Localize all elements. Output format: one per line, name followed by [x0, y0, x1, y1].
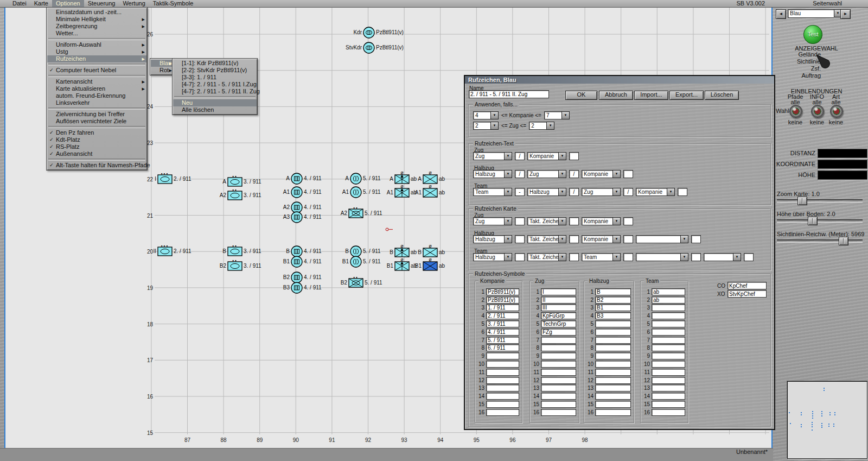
menubar-item-wertung[interactable]: Wertung — [119, 0, 149, 7]
options-menu-item[interactable]: Karte aktualisieren▶ — [47, 85, 146, 92]
chevron-down-icon[interactable]: ▼ — [558, 152, 566, 160]
options-menu-item[interactable]: ✓Den Pz fahren — [47, 129, 146, 136]
map-unit[interactable]: ••A25. / 911 — [348, 207, 364, 219]
separator-box[interactable] — [678, 188, 687, 196]
symbol-input[interactable] — [595, 344, 631, 351]
map-unit[interactable]: A14. / 911 — [290, 186, 303, 199]
symbol-input[interactable] — [486, 296, 519, 304]
chevron-down-icon[interactable]: ▼ — [504, 253, 512, 261]
symbol-input[interactable] — [652, 409, 685, 416]
knob-art[interactable] — [830, 105, 843, 118]
callsign-submenu-item[interactable]: [1-1]: Kdr PzBtl911(v) — [173, 60, 257, 67]
separator-box[interactable] — [691, 253, 701, 261]
options-menu-item[interactable]: ✓Kdt-Platz — [47, 136, 146, 143]
symbol-input[interactable] — [595, 320, 631, 327]
chevron-down-icon[interactable]: ▼ — [558, 170, 566, 178]
symbol-input[interactable] — [652, 304, 685, 311]
options-menu-item[interactable]: ✓Computer feuert Nebel — [47, 67, 146, 74]
symbol-input[interactable] — [652, 401, 685, 408]
map-unit[interactable]: B34. / 911 — [290, 281, 303, 294]
map-unit[interactable]: •••II2. / 911 — [157, 245, 173, 257]
range-from-select[interactable]: 2▼ — [473, 122, 499, 130]
format-select[interactable]: Takt. Zeiche▼ — [527, 235, 566, 243]
symbol-input[interactable] — [652, 329, 685, 336]
name-input[interactable] — [469, 90, 549, 98]
range-from-select[interactable]: 4▼ — [473, 111, 499, 119]
map-unit[interactable]: ••A23. / 911 — [227, 190, 243, 201]
symbol-input[interactable] — [486, 312, 519, 319]
map-unit[interactable]: ••B23. / 911 — [227, 260, 243, 272]
symbol-input[interactable] — [486, 401, 519, 408]
symbol-input[interactable] — [541, 377, 576, 384]
map-unit[interactable]: ••B25. / 911 — [348, 277, 364, 289]
slider-track[interactable] — [777, 199, 863, 203]
selector-pointer-icon[interactable] — [814, 53, 834, 72]
symbol-input[interactable] — [595, 393, 631, 400]
slider-track[interactable] — [777, 239, 863, 243]
symbol-input[interactable] — [541, 296, 576, 304]
symbol-input[interactable] — [486, 377, 519, 384]
map-unit[interactable]: StvKdrPzBtl911(v) — [362, 41, 375, 54]
chevron-down-icon[interactable]: ▼ — [612, 253, 621, 261]
xo-input[interactable] — [727, 290, 767, 298]
separator-box[interactable]: / — [569, 170, 579, 178]
format-select[interactable]: Team▼ — [582, 253, 621, 261]
chevron-down-icon[interactable]: ▼ — [504, 217, 512, 225]
symbol-input[interactable] — [595, 352, 631, 359]
menubar-item-steuerung[interactable]: Steuerung — [84, 0, 119, 7]
test-button[interactable]: Test — [803, 25, 822, 44]
separator-box[interactable] — [515, 235, 525, 243]
format-select[interactable]: Kompanie▼ — [527, 152, 566, 160]
options-menu-item[interactable]: Auflösen vernichteter Ziele — [47, 118, 146, 125]
symbol-input[interactable] — [486, 329, 519, 336]
chevron-down-icon[interactable]: ▼ — [612, 235, 621, 243]
symbol-input[interactable] — [541, 337, 576, 344]
slider-track[interactable] — [777, 219, 863, 223]
options-menu-item[interactable]: Zeitbegrenzung▶ — [47, 23, 146, 30]
symbol-input[interactable] — [541, 393, 576, 400]
side-prev-button[interactable]: ◄ — [776, 9, 786, 19]
symbol-input[interactable] — [652, 288, 685, 295]
chevron-down-icon[interactable]: ▼ — [680, 253, 688, 261]
options-menu-item[interactable]: ✓RS-Platz — [47, 143, 146, 150]
symbol-input[interactable] — [486, 320, 519, 327]
symbol-input[interactable] — [541, 344, 576, 351]
symbol-input[interactable] — [486, 393, 519, 400]
map-unit[interactable]: A34. / 911 — [290, 211, 303, 224]
separator-box[interactable] — [569, 152, 579, 160]
map-unit[interactable]: A4. / 911 — [290, 172, 303, 185]
symbol-input[interactable] — [595, 304, 631, 311]
slider-thumb[interactable] — [797, 197, 807, 205]
symbol-input[interactable] — [541, 384, 576, 391]
dialog-button-löschen[interactable]: Löschen — [705, 91, 739, 100]
symbol-input[interactable] — [652, 384, 685, 391]
options-menu-item[interactable]: Zielvernichtung bei Treffer — [47, 111, 146, 118]
slider-thumb[interactable] — [808, 217, 818, 225]
map-waypoint-icon[interactable] — [385, 226, 393, 233]
dialog-button-import[interactable]: Import... — [634, 91, 668, 100]
options-menu-item[interactable]: Wetter... — [47, 30, 146, 37]
dialog-button-ok[interactable]: OK — [565, 91, 597, 100]
map-unit[interactable]: øB1ab — [394, 260, 410, 272]
format-select[interactable]: Halbzug▼ — [473, 235, 512, 243]
symbol-input[interactable] — [541, 409, 576, 416]
separator-box[interactable] — [569, 235, 579, 243]
symbol-input[interactable] — [541, 304, 576, 311]
chevron-down-icon[interactable]: ▼ — [612, 188, 621, 196]
chevron-down-icon[interactable]: ▼ — [558, 217, 566, 225]
chevron-down-icon[interactable]: ▼ — [612, 170, 621, 178]
map-unit[interactable]: ••B3. / 911 — [227, 245, 243, 257]
separator-box[interactable]: / — [515, 170, 525, 178]
symbol-input[interactable] — [595, 329, 631, 336]
chevron-down-icon[interactable]: ▼ — [558, 188, 566, 196]
separator-box[interactable]: - — [515, 188, 525, 196]
dialog-titlebar[interactable]: Rufzeichen, Blau — [465, 76, 774, 84]
symbol-input[interactable] — [486, 384, 519, 391]
symbol-input[interactable] — [541, 361, 576, 368]
separator-box[interactable] — [623, 253, 633, 261]
format-select[interactable]: ▼ — [636, 235, 688, 243]
map-unit[interactable]: øA1ab — [422, 187, 438, 199]
callsign-submenu-item[interactable]: Alle löschen — [173, 106, 257, 113]
separator-box[interactable] — [515, 217, 525, 225]
callsign-submenu-item[interactable]: [3-3]: 1. / 911 — [173, 74, 257, 81]
